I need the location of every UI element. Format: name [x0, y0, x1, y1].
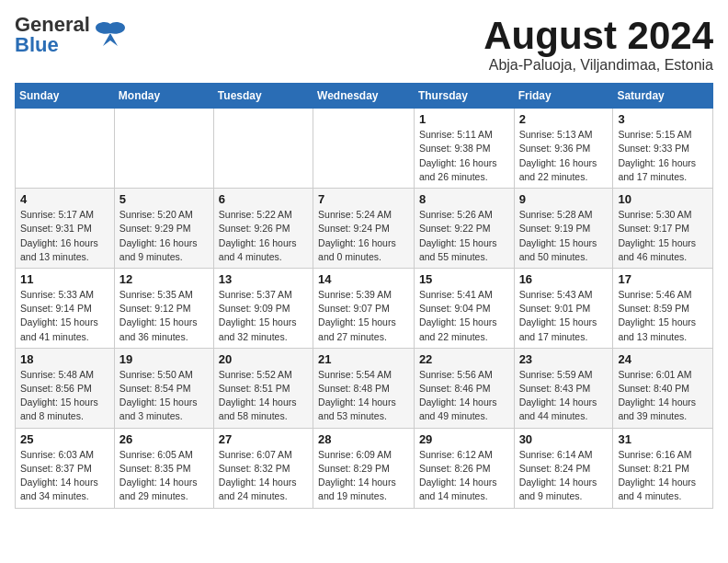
- day-info: Sunrise: 6:07 AM Sunset: 8:32 PM Dayligh…: [219, 448, 308, 504]
- day-number: 5: [119, 192, 209, 206]
- calendar-cell: 20Sunrise: 5:52 AM Sunset: 8:51 PM Dayli…: [213, 348, 313, 428]
- day-number: 6: [219, 192, 308, 206]
- weekday-header-row: SundayMondayTuesdayWednesdayThursdayFrid…: [16, 84, 713, 109]
- weekday-header-tuesday: Tuesday: [213, 84, 313, 109]
- logo: General Blue: [15, 15, 127, 55]
- day-number: 14: [318, 272, 409, 286]
- day-info: Sunrise: 6:14 AM Sunset: 8:24 PM Dayligh…: [519, 448, 609, 504]
- day-info: Sunrise: 6:05 AM Sunset: 8:35 PM Dayligh…: [119, 448, 209, 504]
- calendar-week-1: 1Sunrise: 5:11 AM Sunset: 9:38 PM Daylig…: [16, 109, 713, 189]
- calendar-cell: 13Sunrise: 5:37 AM Sunset: 9:09 PM Dayli…: [213, 268, 313, 348]
- day-info: Sunrise: 5:17 AM Sunset: 9:31 PM Dayligh…: [20, 208, 109, 264]
- day-info: Sunrise: 5:48 AM Sunset: 8:56 PM Dayligh…: [20, 368, 109, 424]
- day-info: Sunrise: 5:11 AM Sunset: 9:38 PM Dayligh…: [419, 128, 509, 184]
- day-number: 31: [618, 432, 708, 446]
- calendar-cell: 8Sunrise: 5:26 AM Sunset: 9:22 PM Daylig…: [414, 189, 514, 269]
- month-year: August 2024: [483, 15, 713, 57]
- calendar-cell: 28Sunrise: 6:09 AM Sunset: 8:29 PM Dayli…: [313, 428, 415, 508]
- day-number: 3: [618, 112, 708, 126]
- calendar-cell: 14Sunrise: 5:39 AM Sunset: 9:07 PM Dayli…: [313, 268, 415, 348]
- calendar-cell: 21Sunrise: 5:54 AM Sunset: 8:48 PM Dayli…: [313, 348, 415, 428]
- day-info: Sunrise: 5:28 AM Sunset: 9:19 PM Dayligh…: [519, 208, 609, 264]
- day-number: 17: [618, 272, 708, 286]
- weekday-header-sunday: Sunday: [16, 84, 115, 109]
- day-number: 27: [219, 432, 308, 446]
- weekday-header-wednesday: Wednesday: [313, 84, 415, 109]
- calendar-cell: [114, 109, 213, 189]
- calendar-cell: 10Sunrise: 5:30 AM Sunset: 9:17 PM Dayli…: [613, 189, 713, 269]
- day-info: Sunrise: 6:01 AM Sunset: 8:40 PM Dayligh…: [618, 368, 708, 424]
- day-number: 25: [20, 432, 109, 446]
- day-number: 1: [419, 112, 509, 126]
- calendar-cell: 5Sunrise: 5:20 AM Sunset: 9:29 PM Daylig…: [114, 189, 213, 269]
- day-info: Sunrise: 5:26 AM Sunset: 9:22 PM Dayligh…: [419, 208, 509, 264]
- logo-text: General Blue: [15, 15, 90, 55]
- day-number: 15: [419, 272, 509, 286]
- day-info: Sunrise: 5:15 AM Sunset: 9:33 PM Dayligh…: [618, 128, 708, 184]
- logo-blue: Blue: [15, 33, 59, 56]
- day-info: Sunrise: 5:30 AM Sunset: 9:17 PM Dayligh…: [618, 208, 708, 264]
- calendar-cell: 30Sunrise: 6:14 AM Sunset: 8:24 PM Dayli…: [514, 428, 613, 508]
- calendar-week-2: 4Sunrise: 5:17 AM Sunset: 9:31 PM Daylig…: [16, 189, 713, 269]
- day-info: Sunrise: 5:59 AM Sunset: 8:43 PM Dayligh…: [519, 368, 609, 424]
- calendar-cell: 16Sunrise: 5:43 AM Sunset: 9:01 PM Dayli…: [514, 268, 613, 348]
- day-number: 12: [119, 272, 209, 286]
- calendar-cell: 31Sunrise: 6:16 AM Sunset: 8:21 PM Dayli…: [613, 428, 713, 508]
- day-number: 2: [519, 112, 609, 126]
- day-info: Sunrise: 5:52 AM Sunset: 8:51 PM Dayligh…: [219, 368, 308, 424]
- calendar-cell: 1Sunrise: 5:11 AM Sunset: 9:38 PM Daylig…: [414, 109, 514, 189]
- day-number: 4: [20, 192, 109, 206]
- day-info: Sunrise: 5:35 AM Sunset: 9:12 PM Dayligh…: [119, 288, 209, 344]
- calendar-cell: [213, 109, 313, 189]
- calendar-cell: 9Sunrise: 5:28 AM Sunset: 9:19 PM Daylig…: [514, 189, 613, 269]
- title-area: August 2024 Abja-Paluoja, Viljandimaa, E…: [483, 15, 713, 74]
- calendar-cell: 18Sunrise: 5:48 AM Sunset: 8:56 PM Dayli…: [16, 348, 115, 428]
- day-info: Sunrise: 6:16 AM Sunset: 8:21 PM Dayligh…: [618, 448, 708, 504]
- weekday-header-friday: Friday: [514, 84, 613, 109]
- day-number: 23: [519, 352, 609, 366]
- day-number: 28: [318, 432, 409, 446]
- day-number: 29: [419, 432, 509, 446]
- day-info: Sunrise: 5:41 AM Sunset: 9:04 PM Dayligh…: [419, 288, 509, 344]
- day-number: 22: [419, 352, 509, 366]
- calendar-cell: 27Sunrise: 6:07 AM Sunset: 8:32 PM Dayli…: [213, 428, 313, 508]
- day-info: Sunrise: 5:39 AM Sunset: 9:07 PM Dayligh…: [318, 288, 409, 344]
- day-info: Sunrise: 6:12 AM Sunset: 8:26 PM Dayligh…: [419, 448, 509, 504]
- day-number: 16: [519, 272, 609, 286]
- day-number: 13: [219, 272, 308, 286]
- calendar-cell: [16, 109, 115, 189]
- calendar-cell: 17Sunrise: 5:46 AM Sunset: 8:59 PM Dayli…: [613, 268, 713, 348]
- calendar-cell: 29Sunrise: 6:12 AM Sunset: 8:26 PM Dayli…: [414, 428, 514, 508]
- calendar-cell: 12Sunrise: 5:35 AM Sunset: 9:12 PM Dayli…: [114, 268, 213, 348]
- calendar-cell: 26Sunrise: 6:05 AM Sunset: 8:35 PM Dayli…: [114, 428, 213, 508]
- day-number: 7: [318, 192, 409, 206]
- calendar-cell: 15Sunrise: 5:41 AM Sunset: 9:04 PM Dayli…: [414, 268, 514, 348]
- day-info: Sunrise: 6:09 AM Sunset: 8:29 PM Dayligh…: [318, 448, 409, 504]
- day-info: Sunrise: 5:13 AM Sunset: 9:36 PM Dayligh…: [519, 128, 609, 184]
- day-info: Sunrise: 5:54 AM Sunset: 8:48 PM Dayligh…: [318, 368, 409, 424]
- day-number: 19: [119, 352, 209, 366]
- calendar-cell: 25Sunrise: 6:03 AM Sunset: 8:37 PM Dayli…: [16, 428, 115, 508]
- calendar-cell: 19Sunrise: 5:50 AM Sunset: 8:54 PM Dayli…: [114, 348, 213, 428]
- location: Abja-Paluoja, Viljandimaa, Estonia: [483, 57, 713, 74]
- calendar-cell: 3Sunrise: 5:15 AM Sunset: 9:33 PM Daylig…: [613, 109, 713, 189]
- calendar-cell: 2Sunrise: 5:13 AM Sunset: 9:36 PM Daylig…: [514, 109, 613, 189]
- day-number: 11: [20, 272, 109, 286]
- day-number: 30: [519, 432, 609, 446]
- calendar-cell: 24Sunrise: 6:01 AM Sunset: 8:40 PM Dayli…: [613, 348, 713, 428]
- weekday-header-monday: Monday: [114, 84, 213, 109]
- day-info: Sunrise: 5:43 AM Sunset: 9:01 PM Dayligh…: [519, 288, 609, 344]
- day-number: 10: [618, 192, 708, 206]
- day-info: Sunrise: 5:50 AM Sunset: 8:54 PM Dayligh…: [119, 368, 209, 424]
- calendar-week-4: 18Sunrise: 5:48 AM Sunset: 8:56 PM Dayli…: [16, 348, 713, 428]
- calendar-cell: 23Sunrise: 5:59 AM Sunset: 8:43 PM Dayli…: [514, 348, 613, 428]
- day-info: Sunrise: 5:46 AM Sunset: 8:59 PM Dayligh…: [618, 288, 708, 344]
- calendar-cell: 4Sunrise: 5:17 AM Sunset: 9:31 PM Daylig…: [16, 189, 115, 269]
- calendar-cell: 22Sunrise: 5:56 AM Sunset: 8:46 PM Dayli…: [414, 348, 514, 428]
- calendar-week-5: 25Sunrise: 6:03 AM Sunset: 8:37 PM Dayli…: [16, 428, 713, 508]
- day-info: Sunrise: 5:22 AM Sunset: 9:26 PM Dayligh…: [219, 208, 308, 264]
- header: General Blue August 2024 Abja-Paluoja, V…: [15, 15, 713, 74]
- calendar-week-3: 11Sunrise: 5:33 AM Sunset: 9:14 PM Dayli…: [16, 268, 713, 348]
- day-info: Sunrise: 6:03 AM Sunset: 8:37 PM Dayligh…: [20, 448, 109, 504]
- calendar-cell: 11Sunrise: 5:33 AM Sunset: 9:14 PM Dayli…: [16, 268, 115, 348]
